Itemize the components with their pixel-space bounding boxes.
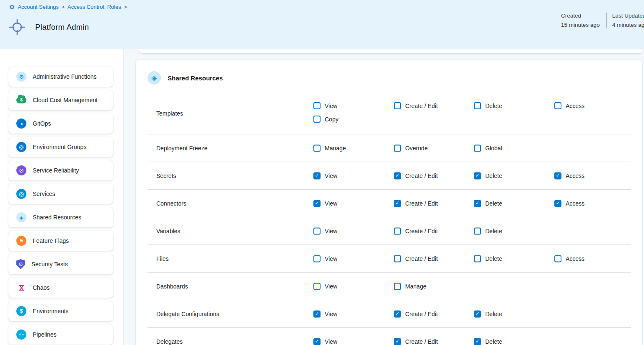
- permission-delegate-configurations-delete[interactable]: ✓Delete: [474, 310, 502, 317]
- sidebar-item-environments[interactable]: $Environments: [8, 301, 113, 321]
- checkbox-checked[interactable]: ✓: [394, 310, 401, 317]
- sidebar-list: ⚙Administrative Functions$Cloud Cost Man…: [8, 67, 113, 345]
- checkbox-unchecked[interactable]: [554, 102, 561, 109]
- permission-variables-create-edit[interactable]: Create / Edit: [394, 227, 438, 234]
- checkbox-unchecked[interactable]: [394, 144, 401, 152]
- permission-deployment-freeze-override[interactable]: Override: [394, 144, 428, 152]
- checkbox-checked[interactable]: ✓: [313, 200, 321, 207]
- sidebar-item-security-tests[interactable]: ⊙Security Tests: [8, 254, 113, 274]
- breadcrumb-access-control-roles[interactable]: Access Control: Roles: [67, 4, 121, 10]
- created-value: 15 minutes ago: [561, 21, 600, 30]
- admin-functions-icon: ⚙: [16, 72, 26, 82]
- permission-files-delete[interactable]: Delete: [474, 255, 502, 262]
- sidebar-item-label: Administrative Functions: [33, 73, 97, 80]
- permission-dashboards-manage[interactable]: Manage: [394, 283, 427, 290]
- checkbox-checked[interactable]: ✓: [474, 310, 481, 317]
- sidebar-item-services[interactable]: ◎Services: [8, 184, 113, 204]
- checkbox-checked[interactable]: ✓: [474, 172, 481, 179]
- checkbox-unchecked[interactable]: [474, 144, 481, 152]
- check-icon: ✓: [395, 311, 399, 316]
- permission-variables-view[interactable]: View: [313, 227, 337, 234]
- page-header: ⚙ Account Settings > Access Control: Rol…: [0, 0, 644, 49]
- permission-label: Access: [566, 103, 585, 109]
- checkbox-checked[interactable]: ✓: [394, 200, 401, 207]
- permission-files-create-edit[interactable]: Create / Edit: [394, 255, 438, 262]
- permission-label: Override: [405, 145, 428, 152]
- permission-deployment-freeze-manage[interactable]: Manage: [313, 144, 346, 152]
- checkbox-unchecked[interactable]: [394, 102, 401, 109]
- permission-connectors-delete[interactable]: ✓Delete: [474, 200, 502, 207]
- permission-label: Access: [566, 200, 585, 207]
- checkbox-checked[interactable]: ✓: [554, 200, 561, 207]
- checkbox-unchecked[interactable]: [474, 227, 481, 234]
- checkbox-checked[interactable]: ✓: [554, 172, 561, 179]
- checkbox-unchecked[interactable]: [313, 102, 321, 109]
- checkbox-checked[interactable]: ✓: [394, 172, 401, 179]
- resource-label: Secrets: [156, 172, 176, 179]
- permission-dashboards-view[interactable]: View: [313, 283, 337, 290]
- permission-secrets-create-edit[interactable]: ✓Create / Edit: [394, 172, 438, 179]
- permission-label: Create / Edit: [405, 228, 438, 234]
- permission-templates-view[interactable]: View: [313, 102, 337, 109]
- permission-variables-delete[interactable]: Delete: [474, 227, 502, 234]
- checkbox-checked[interactable]: ✓: [313, 310, 321, 317]
- breadcrumb-account-settings[interactable]: Account Settings: [18, 4, 59, 10]
- shared-resources-panel: ◈ Shared Resources TemplatesViewCreate /…: [136, 60, 642, 345]
- sidebar-item-gitops[interactable]: ◑GitOps: [8, 113, 113, 134]
- sidebar-item-feature-flags[interactable]: ⚑Feature Flags: [8, 231, 113, 251]
- permission-label: View: [325, 283, 337, 290]
- checkbox-checked[interactable]: ✓: [394, 338, 401, 345]
- permission-templates-access[interactable]: Access: [554, 102, 585, 109]
- permission-delegate-configurations-create-edit[interactable]: ✓Create / Edit: [394, 310, 438, 317]
- permission-files-view[interactable]: View: [313, 255, 337, 262]
- checkbox-unchecked[interactable]: [394, 255, 401, 262]
- sidebar-item-shared-resources[interactable]: ◈Shared Resources: [8, 207, 113, 227]
- permission-templates-copy[interactable]: Copy: [313, 116, 339, 123]
- sidebar-item-pipelines[interactable]: ∘∘Pipelines: [8, 324, 113, 345]
- checkbox-unchecked[interactable]: [474, 102, 481, 109]
- permission-secrets-delete[interactable]: ✓Delete: [474, 172, 502, 179]
- permission-secrets-view[interactable]: ✓View: [313, 172, 337, 179]
- permission-secrets-access[interactable]: ✓Access: [554, 172, 585, 179]
- checkbox-unchecked[interactable]: [394, 227, 401, 234]
- checkbox-unchecked[interactable]: [394, 283, 401, 290]
- sidebar-item-chaos[interactable]: ⋈Chaos: [8, 278, 113, 298]
- checkbox-unchecked[interactable]: [313, 116, 321, 123]
- checkbox-unchecked[interactable]: [313, 283, 321, 290]
- permission-deployment-freeze-global[interactable]: Global: [474, 144, 502, 152]
- breadcrumb-separator: >: [62, 4, 65, 10]
- checkbox-unchecked[interactable]: [313, 255, 321, 262]
- checkbox-unchecked[interactable]: [313, 144, 321, 152]
- gitops-icon: ◑: [16, 118, 26, 129]
- checkbox-unchecked[interactable]: [474, 255, 481, 262]
- permission-files-access[interactable]: Access: [554, 255, 585, 262]
- permission-templates-delete[interactable]: Delete: [474, 102, 502, 109]
- permission-delegates-view[interactable]: ✓View: [313, 338, 337, 345]
- resource-row-dashboards: DashboardsViewManage: [147, 272, 631, 300]
- permission-label: Delete: [485, 311, 502, 317]
- permission-connectors-access[interactable]: ✓Access: [554, 200, 585, 207]
- sidebar-item-environment-groups[interactable]: ⊚Environment Groups: [8, 137, 113, 157]
- shared-resources-icon: ◈: [147, 71, 161, 85]
- sidebar-item-administrative-functions[interactable]: ⚙Administrative Functions: [8, 67, 113, 87]
- permission-connectors-view[interactable]: ✓View: [313, 200, 337, 207]
- checkbox-checked[interactable]: ✓: [313, 172, 321, 179]
- permission-connectors-create-edit[interactable]: ✓Create / Edit: [394, 200, 438, 207]
- permission-label: Create / Edit: [405, 311, 438, 317]
- breadcrumb-separator: >: [124, 4, 127, 10]
- last-updated-label: Last Updated: [612, 11, 644, 21]
- permission-delegates-delete[interactable]: ✓Delete: [474, 338, 502, 345]
- checkbox-checked[interactable]: ✓: [474, 338, 481, 345]
- checkbox-unchecked[interactable]: [554, 255, 561, 262]
- settings-gear-icon[interactable]: ⚙: [9, 4, 15, 10]
- checkbox-unchecked[interactable]: [313, 227, 321, 234]
- check-icon: ✓: [475, 201, 479, 206]
- checkbox-checked[interactable]: ✓: [313, 338, 321, 345]
- permission-label: Delete: [485, 200, 502, 207]
- permission-delegates-create-edit[interactable]: ✓Create / Edit: [394, 338, 438, 345]
- sidebar-item-service-reliability[interactable]: ⊘Service Reliability: [8, 160, 113, 180]
- checkbox-checked[interactable]: ✓: [474, 200, 481, 207]
- sidebar-item-cloud-cost-management[interactable]: $Cloud Cost Management: [8, 90, 113, 110]
- permission-templates-create-edit[interactable]: Create / Edit: [394, 102, 438, 109]
- permission-delegate-configurations-view[interactable]: ✓View: [313, 310, 337, 317]
